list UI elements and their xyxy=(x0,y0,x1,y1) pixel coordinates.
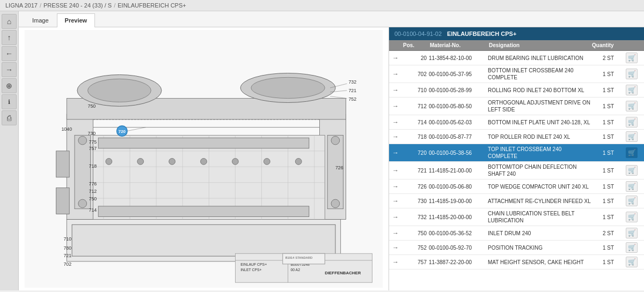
svg-text:EINLAUF CPS+: EINLAUF CPS+ xyxy=(240,263,267,266)
svg-text:710: 710 xyxy=(63,236,71,242)
row-qty: 2 ST xyxy=(591,230,626,236)
add-to-cart-button[interactable]: 🛒 xyxy=(626,147,638,158)
table-header: Pos. Material-No. Designation Quantity xyxy=(389,40,644,51)
add-to-cart-button[interactable]: 🛒 xyxy=(626,212,638,222)
add-to-cart-button[interactable]: 🛒 xyxy=(626,181,638,192)
svg-point-40 xyxy=(295,159,302,165)
col-designation: Designation xyxy=(488,42,591,48)
svg-text:DIEFFENBACHER: DIEFFENBACHER xyxy=(325,271,361,275)
row-pos: 720 xyxy=(402,150,429,156)
row-arrow: → xyxy=(392,54,402,62)
col-qty: Quantity xyxy=(591,42,626,48)
row-pos: 757 xyxy=(402,259,429,265)
table-row[interactable]: → 718 00-0100-05-87-77 TOP ROLLER ROD IN… xyxy=(389,130,644,144)
col-arrow xyxy=(392,42,402,48)
parts-title: EINLAUFBEREICH CPS+ xyxy=(447,31,516,37)
table-row[interactable]: → 20 11-3854-82-10-00 DRUM BEARING INLET… xyxy=(389,51,644,65)
main-layout: ⌂ ↑ ← → ⊕ ℹ ⎙ Image Preview xyxy=(0,11,644,290)
add-to-cart-button[interactable]: 🛒 xyxy=(626,117,638,128)
svg-point-16 xyxy=(331,136,340,145)
row-designation: TOP INLET CROSSBEAM 240 COMPLETE xyxy=(488,146,591,160)
home-button[interactable]: ⌂ xyxy=(2,14,17,29)
svg-point-34 xyxy=(106,159,112,165)
row-arrow: → xyxy=(392,229,402,237)
table-row[interactable]: → 726 00-0100-05-06-80 TOP WEDGE COMPACT… xyxy=(389,179,644,194)
add-to-cart-button[interactable]: 🛒 xyxy=(626,101,638,111)
row-arrow: → xyxy=(392,167,402,174)
svg-point-38 xyxy=(232,159,239,165)
svg-point-36 xyxy=(169,159,175,165)
back-button[interactable]: ← xyxy=(2,46,17,61)
table-row[interactable]: → 714 00-0100-05-62-03 BOTTOM INLET PLAT… xyxy=(389,115,644,130)
split-view: 720 750 732 721 752 730 775 757 718 776 … xyxy=(19,27,644,290)
row-designation: ATTACHMENT RE-CYLINDER INFEED XL xyxy=(488,198,591,205)
svg-point-13 xyxy=(78,136,87,145)
row-pos: 718 xyxy=(402,134,429,140)
parts-panel: 00-0100-04-91-02 EINLAUFBEREICH CPS+ Pos… xyxy=(389,27,644,290)
svg-text:780: 780 xyxy=(63,245,71,251)
row-mat-no: 11-4185-21-00-00 xyxy=(429,168,488,174)
row-mat-no: 00-0100-05-36-52 xyxy=(429,230,488,236)
row-designation: DRUM BEARING INLET LUBRICATION xyxy=(488,55,591,62)
row-mat-no: 00-0100-05-92-70 xyxy=(429,245,488,251)
row-pos: 732 xyxy=(402,214,429,220)
row-mat-no: 11-3887-22-20-00 xyxy=(429,259,488,265)
table-row[interactable]: → 750 00-0100-05-36-52 INLET DRUM 240 2 … xyxy=(389,226,644,241)
row-arrow: → xyxy=(392,86,402,94)
svg-text:775: 775 xyxy=(89,139,97,145)
forward-button[interactable]: → xyxy=(2,62,17,77)
print-button[interactable]: ⎙ xyxy=(2,110,17,125)
row-designation: POSITION TRACKING xyxy=(488,244,591,251)
row-designation: MAT HEIGHT SENSOR, CAKE HEIGHT xyxy=(488,259,591,266)
add-to-cart-button[interactable]: 🛒 xyxy=(626,53,638,63)
svg-text:721: 721 xyxy=(63,253,71,258)
table-row[interactable]: → 732 11-4185-20-00-00 CHAIN LUBRICATION… xyxy=(389,208,644,226)
info-button[interactable]: ℹ xyxy=(2,94,17,109)
row-pos: 730 xyxy=(402,198,429,204)
parts-header: 00-0100-04-91-02 EINLAUFBEREICH CPS+ xyxy=(389,27,644,40)
table-row[interactable]: → 712 00-0100-05-80-50 ORTHOGONAL ADJUST… xyxy=(389,98,644,115)
row-mat-no: 11-3854-82-10-00 xyxy=(429,55,488,61)
row-arrow: → xyxy=(392,149,402,156)
breadcrumb-item-2[interactable]: PRESSE 240 - 24 (33) / S xyxy=(43,2,112,9)
svg-rect-32 xyxy=(98,138,309,148)
row-mat-no: 00-0100-05-87-77 xyxy=(429,134,488,140)
row-designation: ROLLING ROD INLET 240 BOTTOM XL xyxy=(488,87,591,94)
svg-rect-15 xyxy=(327,135,343,208)
up-button[interactable]: ↑ xyxy=(2,30,17,45)
row-pos: 712 xyxy=(402,103,429,109)
add-to-cart-button[interactable]: 🛒 xyxy=(626,131,638,142)
table-row[interactable]: → 757 11-3887-22-20-00 MAT HEIGHT SENSOR… xyxy=(389,255,644,269)
tab-preview[interactable]: Preview xyxy=(57,13,96,27)
svg-text:730: 730 xyxy=(88,131,96,136)
breadcrumb-item-1[interactable]: LIGNA 2017 xyxy=(5,2,38,9)
svg-text:726: 726 xyxy=(335,165,343,170)
tab-image[interactable]: Image xyxy=(24,13,57,27)
add-to-cart-button[interactable]: 🛒 xyxy=(626,69,638,79)
add-to-cart-button[interactable]: 🛒 xyxy=(626,257,638,267)
breadcrumb-item-3[interactable]: EINLAUFBEREICH CPS+ xyxy=(118,2,186,9)
table-row[interactable]: → 721 11-4185-21-00-00 BOTTOM/TOP CHAIN … xyxy=(389,162,644,179)
row-pos: 750 xyxy=(402,230,429,236)
row-qty: 1 ST xyxy=(591,71,626,77)
svg-text:720: 720 xyxy=(119,129,126,134)
row-mat-no: 00-0100-05-28-99 xyxy=(429,87,488,93)
add-to-cart-button[interactable]: 🛒 xyxy=(626,228,638,238)
row-pos: 714 xyxy=(402,119,429,125)
svg-point-7 xyxy=(88,79,151,102)
svg-text:757: 757 xyxy=(89,146,97,151)
add-to-cart-button[interactable]: 🛒 xyxy=(626,85,638,95)
col-matno: Material-No. xyxy=(429,42,488,48)
add-to-cart-button[interactable]: 🛒 xyxy=(626,242,638,253)
svg-rect-42 xyxy=(56,188,70,214)
row-mat-no: 11-4185-19-00-00 xyxy=(429,198,488,204)
zoom-button[interactable]: ⊕ xyxy=(2,78,17,93)
svg-point-17 xyxy=(331,199,340,208)
table-row[interactable]: → 730 11-4185-19-00-00 ATTACHMENT RE-CYL… xyxy=(389,194,644,208)
table-row[interactable]: → 710 00-0100-05-28-99 ROLLING ROD INLET… xyxy=(389,83,644,98)
table-row[interactable]: → 752 00-0100-05-92-70 POSITION TRACKING… xyxy=(389,241,644,255)
add-to-cart-button[interactable]: 🛒 xyxy=(626,196,638,206)
add-to-cart-button[interactable]: 🛒 xyxy=(626,165,638,176)
table-row[interactable]: → 702 00-0100-05-37-95 BOTTOM INLET CROS… xyxy=(389,65,644,83)
table-row[interactable]: → 720 00-0100-05-38-56 TOP INLET CROSSBE… xyxy=(389,144,644,162)
